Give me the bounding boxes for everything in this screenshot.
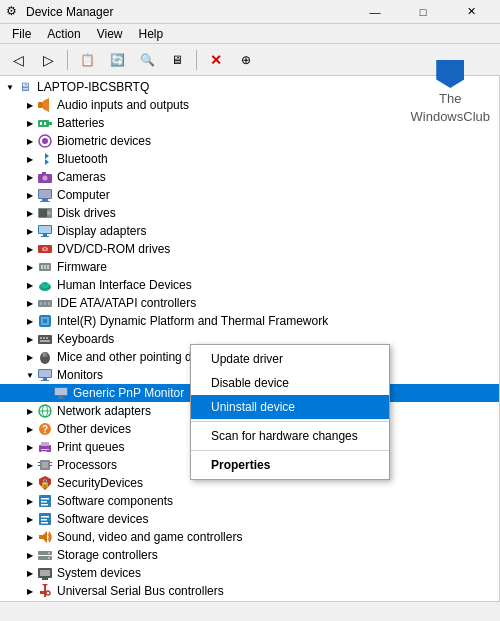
expand-icon-hid[interactable]: ▶ <box>24 279 36 291</box>
context-menu-item-scan[interactable]: Scan for hardware changes <box>191 424 389 448</box>
expand-icon-ide[interactable]: ▶ <box>24 297 36 309</box>
expand-icon-audio[interactable]: ▶ <box>24 99 36 111</box>
add-button[interactable]: ⊕ <box>232 47 260 73</box>
tree-item-label-disk: Disk drives <box>57 206 116 220</box>
tree-item-label-usb: Universal Serial Bus controllers <box>57 584 224 598</box>
tree-item-batteries[interactable]: ▶Batteries <box>0 114 499 132</box>
expand-icon-cameras[interactable]: ▶ <box>24 171 36 183</box>
tree-item-system[interactable]: ▶System devices <box>0 564 499 582</box>
expand-icon-system[interactable]: ▶ <box>24 567 36 579</box>
svg-marker-8 <box>41 153 49 165</box>
device-icon-display <box>37 223 53 239</box>
tree-item-firmware[interactable]: ▶Firmware <box>0 258 499 276</box>
svg-rect-62 <box>39 445 51 452</box>
properties-button[interactable]: 📋 <box>73 47 101 73</box>
expand-icon-firmware[interactable]: ▶ <box>24 261 36 273</box>
device-icon-keyboard <box>37 331 53 347</box>
expand-icon-batteries[interactable]: ▶ <box>24 117 36 129</box>
main-area: ▼ 🖥 LAPTOP-IBCSBRTQ ▶Audio inputs and ou… <box>0 76 500 601</box>
expand-icon-other[interactable]: ▶ <box>24 423 36 435</box>
svg-rect-88 <box>40 570 50 576</box>
tree-item-computer[interactable]: ▶Computer <box>0 186 499 204</box>
expand-icon-monitors[interactable]: ▼ <box>24 369 36 381</box>
expand-icon-keyboard[interactable]: ▶ <box>24 333 36 345</box>
tree-item-bluetooth[interactable]: ▶Bluetooth <box>0 150 499 168</box>
expand-icon-storage[interactable]: ▶ <box>24 549 36 561</box>
context-menu-item-disable[interactable]: Disable device <box>191 371 389 395</box>
menu-item-view[interactable]: View <box>89 25 131 43</box>
menu-item-action[interactable]: Action <box>39 25 88 43</box>
svg-rect-80 <box>41 519 47 521</box>
expand-icon-software-dev[interactable]: ▶ <box>24 513 36 525</box>
device-icon-storage <box>37 547 53 563</box>
svg-rect-46 <box>43 352 46 357</box>
svg-marker-82 <box>39 531 47 543</box>
expand-icon-dvd[interactable]: ▶ <box>24 243 36 255</box>
close-button[interactable]: ✕ <box>448 0 494 24</box>
maximize-button[interactable]: □ <box>400 0 446 24</box>
tree-item-hid[interactable]: ▶Human Interface Devices <box>0 276 499 294</box>
expand-icon-biometric[interactable]: ▶ <box>24 135 36 147</box>
svg-rect-51 <box>43 378 47 380</box>
svg-rect-47 <box>45 352 48 357</box>
svg-rect-15 <box>40 201 50 202</box>
scan-button[interactable]: 🔍 <box>133 47 161 73</box>
expand-icon-mice[interactable]: ▶ <box>24 351 36 363</box>
menu-item-file[interactable]: File <box>4 25 39 43</box>
tree-item-software-dev[interactable]: ▶Software devices <box>0 510 499 528</box>
tree-root[interactable]: ▼ 🖥 LAPTOP-IBCSBRTQ <box>0 78 499 96</box>
device-icon-network <box>37 403 53 419</box>
svg-rect-27 <box>41 265 43 269</box>
update-driver-button[interactable]: 🔄 <box>103 47 131 73</box>
tree-item-audio[interactable]: ▶Audio inputs and outputs <box>0 96 499 114</box>
device-icon-dvd <box>37 241 53 257</box>
back-button[interactable]: ◁ <box>4 47 32 73</box>
svg-rect-56 <box>57 398 65 399</box>
tree-item-intel[interactable]: ▶Intel(R) Dynamic Platform and Thermal F… <box>0 312 499 330</box>
tree-item-display[interactable]: ▶Display adapters <box>0 222 499 240</box>
expand-icon-bluetooth[interactable]: ▶ <box>24 153 36 165</box>
expand-icon-network[interactable]: ▶ <box>24 405 36 417</box>
svg-rect-50 <box>39 370 51 377</box>
menu-item-help[interactable]: Help <box>131 25 172 43</box>
svg-rect-69 <box>38 465 40 466</box>
tree-item-disk[interactable]: ▶Disk drives <box>0 204 499 222</box>
svg-rect-34 <box>40 302 42 305</box>
svg-point-93 <box>46 591 50 595</box>
tree-item-ide[interactable]: ▶IDE ATA/ATAPI controllers <box>0 294 499 312</box>
context-menu-item-uninstall[interactable]: Uninstall device <box>191 395 389 419</box>
expand-icon-processors[interactable]: ▶ <box>24 459 36 471</box>
tree-item-storage[interactable]: ▶Storage controllers <box>0 546 499 564</box>
device-icon-audio <box>37 97 53 113</box>
minimize-button[interactable]: — <box>352 0 398 24</box>
tree-item-usb[interactable]: ▶Universal Serial Bus controllers <box>0 582 499 600</box>
expand-icon-computer[interactable]: ▶ <box>24 189 36 201</box>
expand-icon-disk[interactable]: ▶ <box>24 207 36 219</box>
context-menu-item-update[interactable]: Update driver <box>191 347 389 371</box>
device-icon-biometric <box>37 133 53 149</box>
expand-icon-display[interactable]: ▶ <box>24 225 36 237</box>
expand-icon-print[interactable]: ▶ <box>24 441 36 453</box>
expand-icon-usb[interactable]: ▶ <box>24 585 36 597</box>
expand-icon-security[interactable]: ▶ <box>24 477 36 489</box>
device-icon-sound <box>37 529 53 545</box>
tree-item-label-hid: Human Interface Devices <box>57 278 192 292</box>
tree-item-sound[interactable]: ▶Sound, video and game controllers <box>0 528 499 546</box>
device-tree[interactable]: ▼ 🖥 LAPTOP-IBCSBRTQ ▶Audio inputs and ou… <box>0 76 500 601</box>
tree-item-label-cameras: Cameras <box>57 170 106 184</box>
delete-button[interactable]: ✕ <box>202 47 230 73</box>
tree-item-software-comp[interactable]: ▶Software components <box>0 492 499 510</box>
forward-button[interactable]: ▷ <box>34 47 62 73</box>
tree-item-label-storage: Storage controllers <box>57 548 158 562</box>
title-bar-controls: — □ ✕ <box>352 0 494 24</box>
svg-rect-68 <box>38 462 40 463</box>
expand-icon-sound[interactable]: ▶ <box>24 531 36 543</box>
tree-item-label-biometric: Biometric devices <box>57 134 151 148</box>
display-button[interactable]: 🖥 <box>163 47 191 73</box>
expand-icon-intel[interactable]: ▶ <box>24 315 36 327</box>
tree-item-biometric[interactable]: ▶Biometric devices <box>0 132 499 150</box>
svg-rect-28 <box>44 265 46 269</box>
expand-icon-software-comp[interactable]: ▶ <box>24 495 36 507</box>
tree-item-cameras[interactable]: ▶Cameras <box>0 168 499 186</box>
tree-item-dvd[interactable]: ▶DVD/CD-ROM drives <box>0 240 499 258</box>
